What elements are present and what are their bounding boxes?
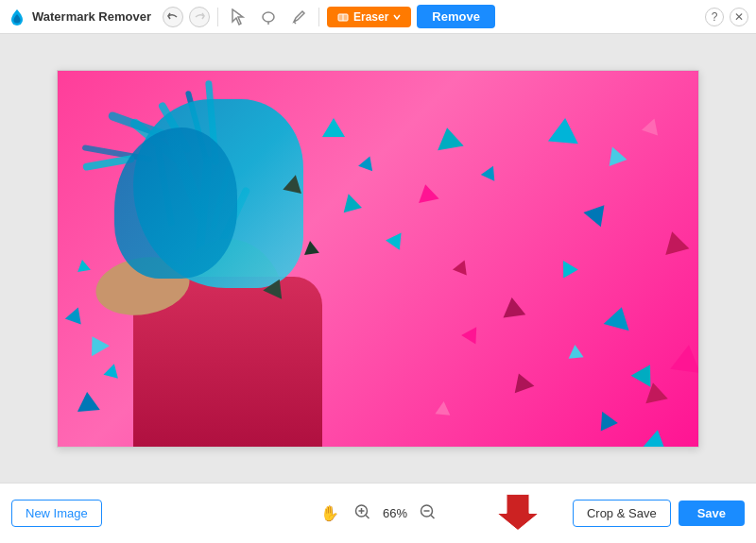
action-buttons: Crop & Save Save (573, 500, 745, 527)
bottom-bar: New Image ✋ 66% (0, 483, 756, 543)
hand-tool-icon[interactable]: ✋ (320, 504, 339, 522)
eraser-button[interactable]: Eraser (327, 7, 411, 27)
eraser-dropdown-icon (392, 12, 402, 22)
select-tool-button[interactable] (226, 5, 250, 29)
help-icon: ? (712, 10, 718, 24)
zoom-level: 66% (379, 506, 412, 520)
arrow-down-svg (497, 494, 539, 530)
image-container[interactable] (57, 70, 699, 448)
help-button[interactable]: ? (705, 8, 724, 26)
svg-marker-0 (232, 9, 243, 25)
redo-button[interactable] (189, 7, 210, 27)
new-image-label: New Image (26, 506, 88, 520)
canvas-area (0, 34, 756, 483)
zoom-controls: ✋ 66% (320, 503, 437, 524)
crop-save-label: Crop & Save (587, 506, 657, 520)
zoom-out-icon[interactable] (420, 503, 437, 524)
undo-button[interactable] (163, 7, 183, 27)
save-button[interactable]: Save (679, 501, 745, 526)
svg-line-11 (431, 515, 435, 518)
separator-1 (217, 8, 218, 26)
lasso-tool-button[interactable] (256, 5, 281, 29)
separator-2 (318, 8, 319, 26)
svg-line-7 (366, 515, 369, 518)
svg-point-1 (263, 12, 274, 22)
remove-label: Remove (432, 9, 480, 24)
close-button[interactable]: ✕ (730, 8, 748, 26)
crop-save-button[interactable]: Crop & Save (573, 500, 671, 527)
app-title: Watermark Remover (32, 9, 151, 24)
download-arrow-icon (497, 494, 539, 533)
main-image (58, 71, 698, 447)
svg-line-3 (294, 22, 296, 24)
app-logo-icon (8, 8, 26, 26)
save-label: Save (697, 506, 726, 520)
window-controls: ? ✕ (705, 8, 748, 26)
pen-tool-button[interactable] (286, 5, 311, 29)
new-image-button[interactable]: New Image (11, 500, 102, 527)
close-icon: ✕ (734, 10, 744, 24)
eraser-label: Eraser (353, 10, 388, 24)
titlebar: Watermark Remover (0, 0, 756, 34)
svg-marker-13 (497, 494, 539, 530)
remove-button[interactable]: Remove (417, 5, 495, 28)
zoom-in-icon[interactable] (354, 503, 371, 524)
